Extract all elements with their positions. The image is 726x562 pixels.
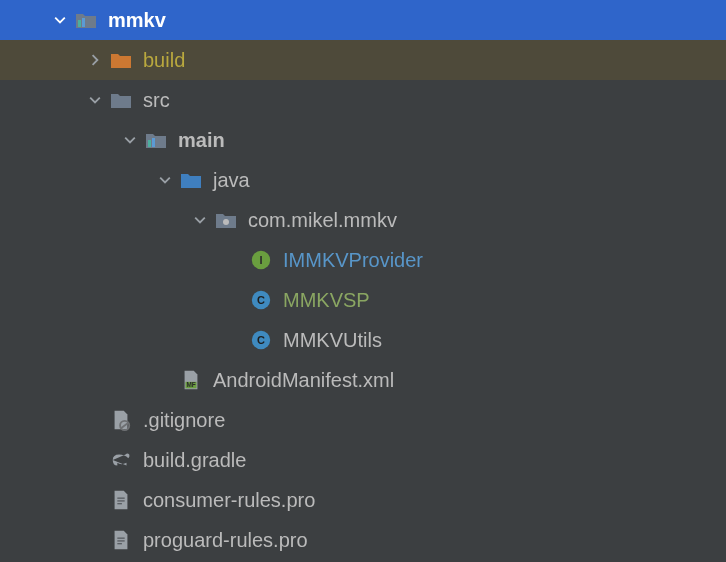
chevron-down-icon[interactable] <box>153 168 177 192</box>
tree-item-main[interactable]: main <box>0 120 726 160</box>
chevron-down-icon[interactable] <box>83 88 107 112</box>
manifest-file-icon: MF <box>177 366 205 394</box>
tree-item-src[interactable]: src <box>0 80 726 120</box>
tree-label-immkvprovider: IMMKVProvider <box>283 249 423 272</box>
tree-item-consumer-rules[interactable]: consumer-rules.pro <box>0 480 726 520</box>
chevron-down-icon[interactable] <box>188 208 212 232</box>
tree-item-mmkvutils[interactable]: C MMKVUtils <box>0 320 726 360</box>
folder-icon <box>107 46 135 74</box>
chevron-right-icon[interactable] <box>83 48 107 72</box>
tree-label-consumer: consumer-rules.pro <box>143 489 315 512</box>
tree-label-main: main <box>178 129 225 152</box>
chevron-down-icon[interactable] <box>48 8 72 32</box>
chevron-down-icon[interactable] <box>118 128 142 152</box>
tree-item-manifest[interactable]: MF AndroidManifest.xml <box>0 360 726 400</box>
class-icon: C <box>247 286 275 314</box>
tree-label-proguard: proguard-rules.pro <box>143 529 308 552</box>
tree-item-gradle[interactable]: build.gradle <box>0 440 726 480</box>
svg-text:MF: MF <box>186 381 195 388</box>
tree-item-mmkv[interactable]: mmkv <box>0 0 726 40</box>
tree-label-java: java <box>213 169 250 192</box>
tree-item-mmkvsp[interactable]: C MMKVSP <box>0 280 726 320</box>
svg-text:C: C <box>257 334 265 346</box>
tree-label-build: build <box>143 49 185 72</box>
text-file-icon <box>107 486 135 514</box>
tree-label-gitignore: .gitignore <box>143 409 225 432</box>
svg-text:I: I <box>259 254 262 266</box>
tree-label-package: com.mikel.mmkv <box>248 209 397 232</box>
svg-rect-0 <box>78 20 81 27</box>
module-folder-icon <box>142 126 170 154</box>
source-folder-icon <box>177 166 205 194</box>
tree-item-gitignore[interactable]: .gitignore <box>0 400 726 440</box>
tree-item-proguard-rules[interactable]: proguard-rules.pro <box>0 520 726 560</box>
tree-label-manifest: AndroidManifest.xml <box>213 369 394 392</box>
class-icon: C <box>247 326 275 354</box>
tree-label-gradle: build.gradle <box>143 449 246 472</box>
svg-rect-2 <box>148 140 151 147</box>
tree-item-java[interactable]: java <box>0 160 726 200</box>
tree-label-mmkvutils: MMKVUtils <box>283 329 382 352</box>
tree-label-src: src <box>143 89 170 112</box>
folder-icon <box>107 86 135 114</box>
package-icon <box>212 206 240 234</box>
svg-point-4 <box>223 219 229 225</box>
tree-label-mmkvsp: MMKVSP <box>283 289 370 312</box>
tree-label-mmkv: mmkv <box>108 9 166 32</box>
tree-item-immkvprovider[interactable]: I IMMKVProvider <box>0 240 726 280</box>
text-file-icon <box>107 526 135 554</box>
svg-rect-3 <box>152 138 155 147</box>
module-folder-icon <box>72 6 100 34</box>
gradle-file-icon <box>107 446 135 474</box>
svg-rect-1 <box>82 18 85 27</box>
tree-item-package[interactable]: com.mikel.mmkv <box>0 200 726 240</box>
svg-text:C: C <box>257 294 265 306</box>
gitignore-file-icon <box>107 406 135 434</box>
tree-item-build[interactable]: build <box>0 40 726 80</box>
interface-icon: I <box>247 246 275 274</box>
